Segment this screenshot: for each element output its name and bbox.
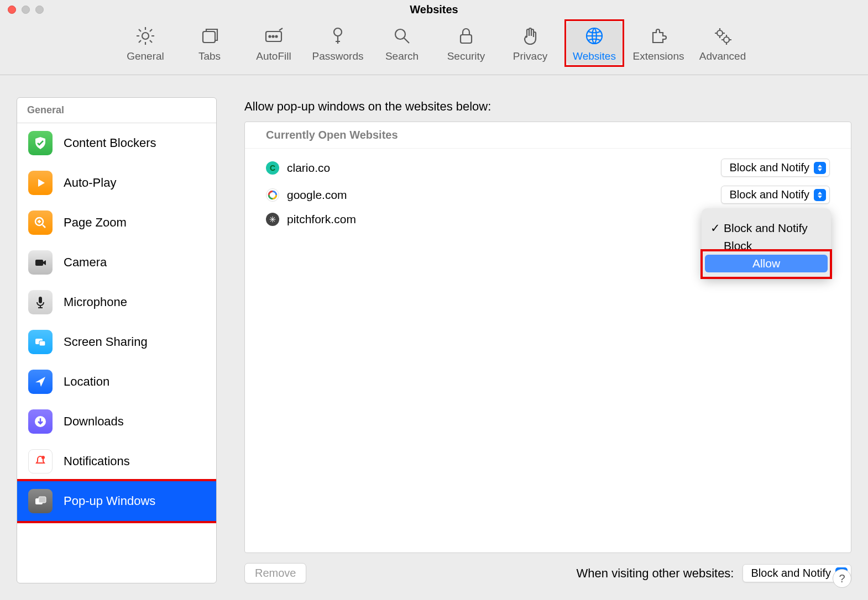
svg-point-4 xyxy=(273,36,274,38)
svg-point-7 xyxy=(395,29,405,39)
svg-point-10 xyxy=(717,30,723,36)
settings-sidebar: General Content Blockers Auto-Play xyxy=(17,97,217,583)
close-window-button[interactable] xyxy=(8,6,16,14)
table-section-header: Currently Open Websites xyxy=(245,122,851,149)
dropdown-option-label: Allow xyxy=(752,257,780,270)
sidebar-item-label: Notifications xyxy=(64,454,130,469)
sidebar-item-popup-windows[interactable]: Pop-up Windows xyxy=(17,481,216,521)
tab-tabs[interactable]: Tabs xyxy=(182,22,237,65)
tab-label: AutoFill xyxy=(256,50,291,62)
tab-websites[interactable]: Websites xyxy=(567,22,622,65)
sidebar-item-label: Screen Sharing xyxy=(64,335,148,349)
svg-rect-19 xyxy=(35,498,43,504)
tab-label: Extensions xyxy=(633,50,684,62)
window-controls xyxy=(8,6,44,14)
sidebar-list: Content Blockers Auto-Play Page Zoom xyxy=(17,123,216,583)
select-value: Block and Notify xyxy=(729,188,809,201)
sidebar-item-notifications[interactable]: Notifications xyxy=(17,441,216,481)
tab-label: Search xyxy=(385,50,419,62)
microphone-icon xyxy=(28,290,53,314)
site-domain: clario.co xyxy=(287,161,330,175)
dropdown-option-label: Block and Notify xyxy=(724,222,808,235)
svg-point-3 xyxy=(269,36,271,38)
tab-security[interactable]: Security xyxy=(438,22,494,65)
sidebar-item-camera[interactable]: Camera xyxy=(17,243,216,282)
remove-button[interactable]: Remove xyxy=(244,563,306,583)
sidebar-item-label: Auto-Play xyxy=(64,176,116,190)
sidebar-item-location[interactable]: Location xyxy=(17,362,216,402)
sidebar-item-microphone[interactable]: Microphone xyxy=(17,282,216,322)
gears-icon xyxy=(712,25,734,47)
sidebar-item-label: Content Blockers xyxy=(64,136,156,150)
tab-label: Tabs xyxy=(198,50,221,62)
popup-policy-select[interactable]: Block and Notify xyxy=(721,186,830,204)
tab-advanced[interactable]: Advanced xyxy=(695,22,750,65)
sidebar-item-label: Pop-up Windows xyxy=(64,494,155,508)
svg-rect-13 xyxy=(35,260,43,266)
location-arrow-icon xyxy=(28,370,53,394)
tab-label: Advanced xyxy=(699,50,746,62)
tabs-icon xyxy=(198,25,221,47)
sidebar-item-screen-sharing[interactable]: Screen Sharing xyxy=(17,322,216,362)
bell-icon xyxy=(28,449,53,473)
sidebar-item-label: Downloads xyxy=(64,414,124,429)
sidebar-item-label: Location xyxy=(64,375,109,389)
tab-passwords[interactable]: Passwords xyxy=(310,22,365,65)
popup-policy-select[interactable]: Block and Notify xyxy=(721,159,830,177)
sidebar-item-page-zoom[interactable]: Page Zoom xyxy=(17,203,216,243)
svg-point-5 xyxy=(276,36,278,38)
tab-autofill[interactable]: AutoFill xyxy=(246,22,301,65)
camera-icon xyxy=(28,250,53,275)
globe-icon xyxy=(583,25,605,47)
sidebar-item-label: Microphone xyxy=(64,295,127,309)
help-button[interactable]: ? xyxy=(833,569,851,588)
play-icon xyxy=(28,171,53,195)
tab-label: Websites xyxy=(573,50,616,62)
checkmark-icon: ✓ xyxy=(710,222,720,235)
windows-icon xyxy=(28,489,53,513)
sidebar-item-downloads[interactable]: Downloads xyxy=(17,402,216,441)
svg-point-6 xyxy=(334,28,342,36)
window-title: Websites xyxy=(410,3,458,16)
websites-table: Currently Open Websites C clario.co Bloc… xyxy=(244,122,851,553)
table-row[interactable]: C clario.co Block and Notify xyxy=(245,154,851,181)
tab-label: General xyxy=(127,50,164,62)
download-icon xyxy=(28,409,53,434)
svg-rect-14 xyxy=(39,297,42,303)
autofill-icon xyxy=(263,25,285,47)
panel-heading: Allow pop-up windows on the websites bel… xyxy=(244,99,851,114)
search-icon xyxy=(391,25,413,47)
site-favicon-icon: C xyxy=(266,161,279,175)
screens-icon xyxy=(28,330,53,354)
key-icon xyxy=(327,25,349,47)
titlebar: Websites xyxy=(0,0,868,16)
tab-extensions[interactable]: Extensions xyxy=(631,22,686,65)
maximize-window-button[interactable] xyxy=(35,6,44,14)
tab-general[interactable]: General xyxy=(118,22,173,65)
svg-point-0 xyxy=(142,33,149,39)
preferences-toolbar: General Tabs AutoFill Passwords Search xyxy=(0,16,868,75)
panel-footer: Remove When visiting other websites: Blo… xyxy=(227,553,851,583)
dropdown-option-block-and-notify[interactable]: ✓ Block and Notify xyxy=(705,219,828,237)
svg-point-9 xyxy=(587,28,602,44)
tab-label: Passwords xyxy=(312,50,364,62)
lock-icon xyxy=(455,25,477,47)
popup-policy-dropdown: ✓ Block and Notify Block Allow xyxy=(702,208,831,278)
shield-check-icon xyxy=(28,131,53,155)
updown-caret-icon xyxy=(814,189,826,201)
sidebar-item-content-blockers[interactable]: Content Blockers xyxy=(17,123,216,163)
site-favicon-icon xyxy=(266,188,279,202)
svg-point-18 xyxy=(41,456,45,459)
tab-search[interactable]: Search xyxy=(374,22,430,65)
gear-icon xyxy=(134,25,156,47)
zoom-icon xyxy=(28,210,53,235)
minimize-window-button[interactable] xyxy=(22,6,30,14)
site-favicon-icon xyxy=(266,213,279,226)
svg-rect-16 xyxy=(39,341,45,346)
dropdown-option-allow[interactable]: Allow xyxy=(705,255,828,272)
svg-rect-8 xyxy=(461,35,472,43)
tab-privacy[interactable]: Privacy xyxy=(503,22,558,65)
select-value: Block and Notify xyxy=(751,567,831,580)
sidebar-item-auto-play[interactable]: Auto-Play xyxy=(17,163,216,203)
table-row[interactable]: google.com Block and Notify xyxy=(245,181,851,208)
